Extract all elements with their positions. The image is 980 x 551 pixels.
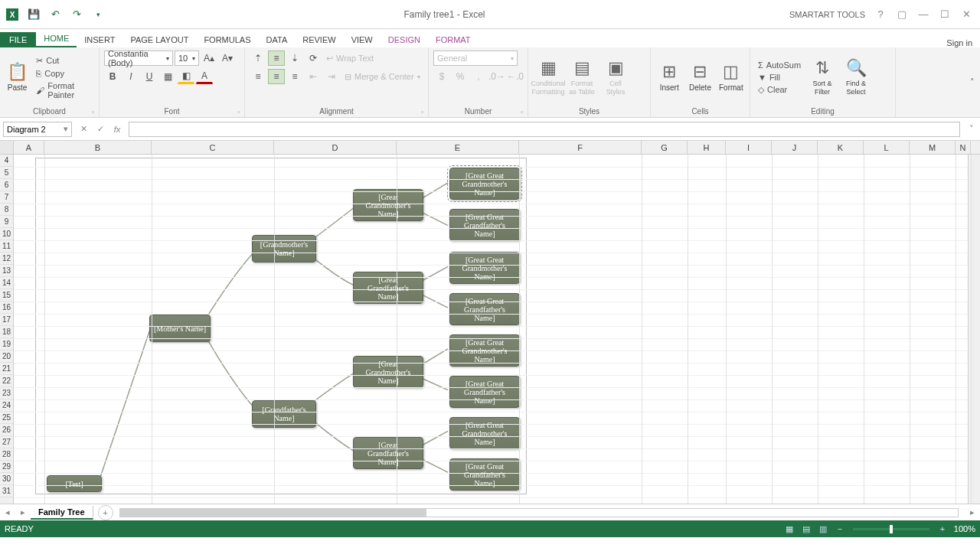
column-header-G[interactable]: G [642,141,688,154]
vertical-scrollbar[interactable] [968,155,980,504]
row-header-6[interactable]: 6 [0,179,13,191]
row-header-24[interactable]: 24 [0,399,13,412]
tree-node-gggm1[interactable]: [Great Great Grandmother's Name] [449,168,520,200]
align-left-button[interactable]: ≡ [250,69,266,84]
column-header-J[interactable]: J [772,141,818,154]
row-header-15[interactable]: 15 [0,289,13,302]
tree-node-gggf1[interactable]: [Great Great Grandfather's Name] [449,209,520,241]
cancel-edit-icon[interactable]: ✕ [75,121,92,138]
row-header-26[interactable]: 26 [0,424,13,436]
sign-in-link[interactable]: Sign in [946,38,980,47]
horizontal-scrollbar[interactable] [119,508,959,517]
column-header-A[interactable]: A [14,141,44,154]
row-header-20[interactable]: 20 [0,350,13,363]
fx-icon[interactable]: fx [109,121,126,138]
tab-data[interactable]: DATA [259,32,296,47]
row-header-11[interactable]: 11 [0,240,13,253]
format-as-table-button[interactable]: ▤Format as Table [567,58,597,96]
wrap-text-button[interactable]: ↩Wrap Text [323,53,377,64]
decrease-indent-button[interactable]: ⇤ [305,69,322,84]
find-select-button[interactable]: 🔍Find & Select [841,58,871,96]
tab-home[interactable]: HOME [36,31,77,47]
font-launcher-icon[interactable]: ▫ [237,109,240,116]
fill-color-button[interactable]: ◧ [178,69,194,84]
align-right-button[interactable]: ≡ [286,69,303,84]
conditional-formatting-button[interactable]: ▦Conditional Formatting [533,58,564,96]
format-painter-button[interactable]: 🖌Format Painter [33,80,94,100]
align-center-button[interactable]: ≡ [268,69,285,84]
tree-node-gggm2[interactable]: [Great Great Grandmother's Name] [449,252,520,284]
zoom-slider[interactable] [853,528,929,530]
zoom-out-button[interactable]: − [831,522,848,536]
confirm-edit-icon[interactable]: ✓ [92,121,109,138]
undo-icon[interactable]: ↶ [46,5,64,24]
zoom-in-button[interactable]: + [934,522,951,536]
sheet-nav-next[interactable]: ▸ [15,507,31,517]
tree-node-ggm2[interactable]: [Great Grandmother's Name] [353,356,423,388]
ribbon-display-icon[interactable]: ▢ [894,7,910,22]
format-cells-button[interactable]: ◫Format [717,62,745,93]
sheet-nav-prev[interactable]: ◂ [0,507,15,517]
save-icon[interactable]: 💾 [24,5,43,24]
normal-view-button[interactable]: ▦ [781,522,798,536]
tree-node-gggf3[interactable]: [Great Great Grandfather's Name] [449,376,520,408]
font-color-button[interactable]: A [196,69,213,84]
expand-formula-bar-icon[interactable]: ˅ [963,121,980,138]
row-header-7[interactable]: 7 [0,191,13,204]
sort-filter-button[interactable]: ⇅Sort & Filter [807,58,838,96]
sheet-tab-family-tree[interactable]: Family Tree [31,506,93,520]
tab-view[interactable]: VIEW [344,32,381,47]
insert-cells-button[interactable]: ⊞Insert [655,62,683,93]
add-sheet-button[interactable]: + [98,505,113,520]
qat-customize-icon[interactable]: ▾ [89,5,107,24]
alignment-launcher-icon[interactable]: ▫ [421,109,423,116]
namebox-dropdown-icon[interactable]: ▾ [64,124,68,134]
decrease-font-icon[interactable]: A▾ [219,51,236,66]
italic-button[interactable]: I [122,69,139,84]
underline-button[interactable]: U [141,69,158,84]
clear-button[interactable]: ◇Clear [755,84,804,96]
row-header-5[interactable]: 5 [0,167,13,179]
bold-button[interactable]: B [104,69,121,84]
border-button[interactable]: ▦ [159,69,176,84]
row-header-13[interactable]: 13 [0,265,13,277]
page-layout-view-button[interactable]: ▤ [798,522,815,536]
column-header-L[interactable]: L [864,141,910,154]
row-header-4[interactable]: 4 [0,155,13,167]
comma-format-button[interactable]: , [470,69,487,84]
row-header-17[interactable]: 17 [0,314,13,326]
decrease-decimal-button[interactable]: ←.0 [507,69,524,84]
cell-styles-button[interactable]: ▣Cell Styles [600,58,631,96]
accounting-format-button[interactable]: $ [433,69,450,84]
row-header-27[interactable]: 27 [0,436,13,448]
percent-format-button[interactable]: % [452,69,469,84]
merge-center-button[interactable]: ⊟Merge & Center▾ [341,71,423,83]
delete-cells-button[interactable]: ⊟Delete [686,62,714,93]
formula-bar[interactable] [129,122,960,137]
row-header-19[interactable]: 19 [0,338,13,350]
tab-format[interactable]: FORMAT [428,32,479,47]
column-header-M[interactable]: M [910,141,956,154]
row-header-28[interactable]: 28 [0,448,13,461]
row-header-30[interactable]: 30 [0,473,13,485]
row-header-21[interactable]: 21 [0,363,13,375]
paste-button[interactable]: 📋 Paste [5,62,30,93]
select-all-button[interactable] [0,141,14,154]
row-header-10[interactable]: 10 [0,228,13,240]
increase-font-icon[interactable]: A▴ [201,51,217,66]
column-header-D[interactable]: D [274,141,397,154]
align-top-button[interactable]: ⇡ [250,51,266,66]
fill-button[interactable]: ▼Fill [755,72,804,83]
column-header-N[interactable]: N [956,141,971,154]
align-bottom-button[interactable]: ⇣ [286,51,303,66]
row-header-14[interactable]: 14 [0,277,13,289]
redo-icon[interactable]: ↷ [67,5,86,24]
clipboard-launcher-icon[interactable]: ▫ [92,109,94,116]
row-header-18[interactable]: 18 [0,326,13,338]
tree-node-test[interactable]: [Test] [47,475,102,492]
column-header-H[interactable]: H [688,141,726,154]
column-header-I[interactable]: I [726,141,772,154]
align-middle-button[interactable]: ≡ [268,51,285,66]
row-header-12[interactable]: 12 [0,253,13,265]
tree-node-gggf2[interactable]: [Great Great Grandfather's Name] [449,293,520,325]
